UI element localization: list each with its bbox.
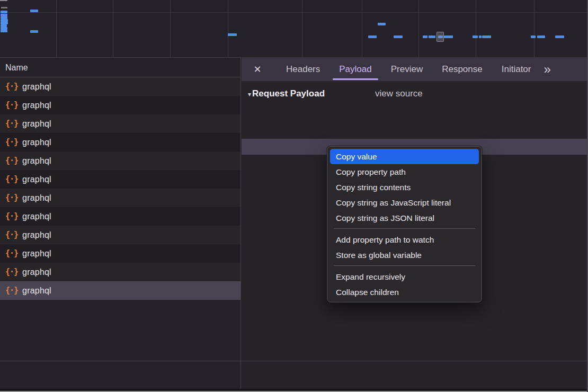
request-row[interactable]: {·}graphql xyxy=(0,96,240,114)
request-name: graphql xyxy=(22,133,51,152)
request-payload-section-header[interactable]: ▾Request Payload xyxy=(248,86,325,102)
overview-divider-line xyxy=(0,12,588,13)
network-activity-bar xyxy=(30,30,38,33)
request-row[interactable]: {·}graphql xyxy=(0,152,240,170)
menu-separator xyxy=(334,228,475,229)
request-row[interactable]: {·}graphql xyxy=(0,207,240,226)
json-fetch-icon: {·} xyxy=(5,207,18,226)
menu-item-copy-value[interactable]: Copy value xyxy=(330,149,479,164)
network-activity-bar xyxy=(228,33,237,36)
menu-item-store-as-global-variable[interactable]: Store as global variable xyxy=(330,247,479,263)
request-name: graphql xyxy=(22,77,51,96)
json-fetch-icon: {·} xyxy=(5,133,18,152)
json-fetch-icon: {·} xyxy=(5,226,18,244)
network-activity-bar xyxy=(1,11,7,13)
network-activity-bar xyxy=(444,35,453,38)
json-fetch-icon: {·} xyxy=(5,263,18,281)
overview-gridline xyxy=(228,0,228,57)
request-name: graphql xyxy=(22,152,51,170)
close-icon[interactable]: ✕ xyxy=(250,64,265,75)
json-fetch-icon: {·} xyxy=(5,281,18,300)
json-fetch-icon: {·} xyxy=(5,152,18,170)
request-name: graphql xyxy=(22,244,51,263)
tab-headers[interactable]: Headers xyxy=(277,57,329,81)
json-fetch-icon: {·} xyxy=(5,170,18,189)
request-row[interactable]: {·}graphql xyxy=(0,244,240,263)
request-name: graphql xyxy=(22,96,51,114)
request-list-panel: Name {·}graphql {·}graphql {·}graphql {·… xyxy=(0,57,241,389)
section-title: Request Payload xyxy=(252,88,325,99)
request-row[interactable]: {·}graphql xyxy=(0,133,240,152)
request-row[interactable]: {·}graphql xyxy=(0,226,240,244)
request-name: graphql xyxy=(22,114,51,133)
overview-gridline xyxy=(56,0,57,57)
context-menu: Copy value Copy property path Copy strin… xyxy=(327,146,482,302)
menu-item-copy-property-path[interactable]: Copy property path xyxy=(330,164,479,180)
overview-gridline xyxy=(113,0,113,57)
request-name: graphql xyxy=(22,281,51,300)
menu-separator xyxy=(334,265,475,266)
name-column-header[interactable]: Name xyxy=(0,57,240,77)
menu-item-add-property-path-to-watch[interactable]: Add property path to watch xyxy=(330,232,479,247)
menu-item-copy-string-js-literal[interactable]: Copy string as JavaScript literal xyxy=(330,195,479,210)
detail-tab-bar: ✕ Headers Payload Preview Response Initi… xyxy=(242,57,588,81)
network-activity-bar xyxy=(30,10,38,12)
more-tabs-icon[interactable]: » xyxy=(544,57,550,81)
network-activity-bar xyxy=(434,35,435,38)
tab-payload[interactable]: Payload xyxy=(329,57,381,81)
overview-gridline xyxy=(418,0,419,57)
network-activity-bar xyxy=(378,23,386,25)
overview-gridline xyxy=(534,0,534,57)
overview-gridline xyxy=(476,0,476,57)
request-row[interactable]: {·}graphql xyxy=(0,114,240,133)
network-activity-bar xyxy=(423,35,427,38)
network-overview[interactable] xyxy=(0,0,588,57)
section-expanded-icon[interactable]: ▾ xyxy=(248,91,251,98)
json-fetch-icon: {·} xyxy=(5,189,18,207)
tab-preview[interactable]: Preview xyxy=(381,57,432,81)
json-fetch-icon: {·} xyxy=(5,114,18,133)
footer-separator xyxy=(0,361,588,361)
network-activity-bar xyxy=(368,35,377,38)
request-row[interactable]: {·}graphql xyxy=(0,189,240,207)
network-activity-bar xyxy=(1,30,7,32)
overview-ruler-tick xyxy=(0,0,7,1)
network-activity-bar xyxy=(473,35,478,38)
overview-hover-marker xyxy=(436,32,444,42)
json-fetch-icon: {·} xyxy=(5,77,18,96)
overview-gridline xyxy=(302,0,302,57)
request-name: graphql xyxy=(22,170,51,189)
tab-initiator[interactable]: Initiator xyxy=(492,57,541,81)
payload-root-row[interactable]: ▾ {operationName: "ipFlowTimeseries", va… xyxy=(242,107,588,123)
overview-gridline xyxy=(170,0,171,57)
network-activity-bar xyxy=(394,35,403,38)
menu-item-expand-recursively[interactable]: Expand recursively xyxy=(330,269,479,284)
view-source-button[interactable]: view source xyxy=(375,86,423,102)
network-activity-bar xyxy=(555,35,564,38)
network-activity-bar xyxy=(537,35,545,38)
detail-tabs: Headers Payload Preview Response Initiat… xyxy=(277,57,540,81)
network-activity-bar-gray xyxy=(1,7,7,8)
menu-item-copy-string-json-literal[interactable]: Copy string as JSON literal xyxy=(330,210,479,226)
request-rows: {·}graphql {·}graphql {·}graphql {·}grap… xyxy=(0,77,240,300)
request-name: graphql xyxy=(22,207,51,226)
tab-response[interactable]: Response xyxy=(432,57,492,81)
request-name: graphql xyxy=(22,263,51,281)
json-fetch-icon: {·} xyxy=(5,244,18,263)
network-activity-bar xyxy=(531,35,536,38)
request-row[interactable]: {·}graphql xyxy=(0,77,240,96)
request-row-selected[interactable]: {·}graphql xyxy=(0,281,240,300)
request-row[interactable]: {·}graphql xyxy=(0,263,240,281)
devtools-network-panel: Name {·}graphql {·}graphql {·}graphql {·… xyxy=(0,0,588,392)
menu-item-collapse-children[interactable]: Collapse children xyxy=(330,284,479,300)
network-activity-bar xyxy=(482,35,491,38)
request-name: graphql xyxy=(22,189,51,207)
network-activity-bar xyxy=(429,35,434,38)
request-name: graphql xyxy=(22,226,51,244)
request-row[interactable]: {·}graphql xyxy=(0,170,240,189)
network-activity-bar xyxy=(479,35,482,38)
overview-gridline xyxy=(362,0,362,57)
menu-item-copy-string-contents[interactable]: Copy string contents xyxy=(330,180,479,195)
payload-operation-row[interactable]: operationName: "ipFlowTimeseries" xyxy=(242,123,588,139)
json-fetch-icon: {·} xyxy=(5,96,18,114)
